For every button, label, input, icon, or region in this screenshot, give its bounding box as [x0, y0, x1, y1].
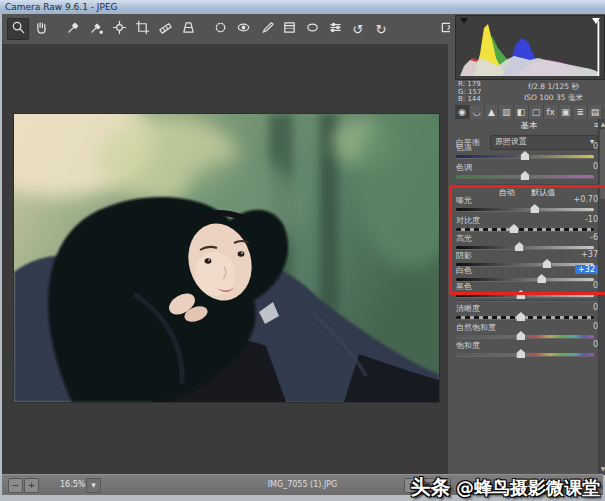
slider-temperature: 色温0	[456, 142, 598, 162]
vibrance-thumb[interactable]	[516, 331, 525, 340]
eye-icon	[236, 20, 251, 39]
watermark: 头条 @蜂鸟摄影微课堂	[410, 474, 600, 501]
exposure-track[interactable]	[456, 208, 594, 211]
color-sampler-tool-button[interactable]	[85, 18, 107, 40]
exif-readout: f/2.8 1/125 秒 ISO 100 35 毫米	[504, 81, 603, 104]
slider-exposure: 曝光+0.70	[456, 195, 598, 215]
exposure-thumb[interactable]	[530, 204, 539, 213]
contrast-value[interactable]: -10	[585, 215, 598, 224]
histogram[interactable]	[455, 15, 605, 80]
red-eye-tool-button[interactable]	[232, 18, 254, 40]
tab-presets[interactable]: ≣	[573, 105, 588, 119]
hand-tool-button[interactable]	[30, 18, 52, 40]
crop-tool-button[interactable]	[131, 18, 153, 40]
hsl-icon: ▥	[502, 107, 511, 117]
highlights-value[interactable]: -6	[590, 233, 598, 242]
effects-icon: fx	[546, 107, 555, 117]
tab-snapshots[interactable]: ▤	[588, 105, 603, 119]
detail-icon: ▲	[488, 107, 495, 117]
app-area: ↺ ↻	[2, 14, 603, 495]
snapshots-icon: ▤	[591, 107, 600, 117]
transform-tool-button[interactable]	[177, 18, 199, 40]
tab-split-toning[interactable]: ◧	[514, 105, 529, 119]
graduated-filter-tool-button[interactable]	[278, 18, 300, 40]
tint-track[interactable]	[456, 175, 594, 178]
blue-value: 144	[467, 95, 480, 103]
section-title: 基本	[521, 120, 538, 130]
watermark-handle: @蜂鸟摄影微课堂	[456, 477, 600, 498]
preferences-button[interactable]	[324, 18, 346, 40]
ruler-icon	[158, 20, 173, 39]
tab-basic[interactable]: ◉	[455, 105, 470, 119]
blacks-track[interactable]	[456, 294, 594, 297]
camera-raw-window: Camera Raw 9.6.1 - JPEG ↺ ↻	[0, 0, 605, 501]
transform-icon	[181, 20, 196, 39]
tab-camera-calibration[interactable]: ▣	[559, 105, 574, 119]
radial-filter-icon	[305, 20, 320, 39]
tab-tone-curve[interactable]: ◡	[470, 105, 485, 119]
highlight-clipping-toggle[interactable]	[590, 17, 602, 27]
spot-removal-tool-button[interactable]	[209, 18, 231, 40]
aperture-shutter: f/2.8 1/125 秒	[504, 81, 603, 92]
slider-tint: 色调0	[456, 162, 598, 182]
rotate-cw-icon: ↻	[376, 23, 387, 36]
target-icon	[112, 20, 127, 39]
eyedropper-icon	[66, 20, 81, 39]
saturation-track[interactable]	[456, 353, 594, 356]
clarity-thumb[interactable]	[516, 312, 525, 321]
crop-icon	[135, 20, 150, 39]
zoom-tool-button[interactable]	[7, 18, 29, 40]
rotate-left-button[interactable]: ↺	[347, 18, 369, 40]
scroll-down-icon[interactable]: ▼	[599, 464, 605, 473]
eyedropper-dots-icon	[89, 20, 104, 39]
rotate-right-button[interactable]: ↻	[370, 18, 392, 40]
shadow-clipping-toggle[interactable]	[458, 17, 470, 27]
tab-lens-corrections[interactable]: ▢	[529, 105, 544, 119]
scrollbar-thumb[interactable]	[600, 129, 605, 199]
scroll-up-icon[interactable]: ▲	[599, 119, 605, 128]
contrast-track[interactable]	[456, 228, 594, 231]
tone-curve-icon: ◡	[473, 107, 481, 117]
adjustments-panel: R: 179 G: 157 B: 144 f/2.8 1/125 秒 ISO 1…	[450, 14, 605, 475]
heal-brush-icon	[213, 20, 228, 39]
tab-detail[interactable]: ▲	[485, 105, 500, 119]
panel-scrollbar[interactable]: ▲ ▼	[598, 119, 605, 473]
exposure-value[interactable]: +0.70	[573, 195, 598, 204]
preview-area[interactable]	[2, 44, 448, 475]
slider-clarity: 清晰度0	[456, 303, 598, 323]
targeted-adjustment-tool-button[interactable]	[108, 18, 130, 40]
shadows-value[interactable]: +37	[581, 250, 598, 259]
lens-corrections-icon: ▢	[532, 107, 541, 117]
split-toning-icon: ◧	[517, 107, 526, 117]
whites-value-input[interactable]: +32	[575, 265, 598, 274]
magnifier-icon	[11, 20, 26, 39]
photo-canvas[interactable]	[14, 114, 439, 402]
window-title: Camera Raw 9.6.1 - JPEG	[5, 2, 118, 12]
temperature-track[interactable]	[456, 155, 594, 158]
vibrance-track[interactable]	[456, 335, 594, 338]
iso-focal: ISO 100 35 毫米	[504, 92, 603, 103]
saturation-thumb[interactable]	[516, 349, 525, 358]
hand-icon	[34, 20, 49, 39]
tab-effects[interactable]: fx	[544, 105, 559, 119]
temperature-thumb[interactable]	[521, 151, 530, 160]
tint-thumb[interactable]	[521, 171, 530, 180]
panel-tabs: ◉ ◡ ▲ ▥ ◧ ▢ fx ▣ ≣ ▤	[455, 105, 603, 119]
highlights-track[interactable]	[456, 246, 594, 249]
blacks-thumb[interactable]	[516, 290, 525, 299]
sliders-icon	[328, 20, 343, 39]
tab-hsl-grayscale[interactable]: ▥	[499, 105, 514, 119]
camera-icon: ▣	[561, 107, 570, 117]
title-bar[interactable]: Camera Raw 9.6.1 - JPEG	[0, 0, 605, 14]
slider-contrast: 对比度-10	[456, 215, 598, 235]
clarity-track[interactable]	[456, 316, 594, 319]
divider	[456, 300, 598, 302]
section-header: 基本 ≡	[455, 120, 603, 132]
straighten-tool-button[interactable]	[154, 18, 176, 40]
rgb-readout: R: 179 G: 157 B: 144	[455, 81, 504, 104]
radial-filter-tool-button[interactable]	[301, 18, 323, 40]
adjustment-brush-tool-button[interactable]	[255, 18, 277, 40]
contrast-thumb[interactable]	[509, 224, 518, 233]
graduated-filter-icon	[282, 20, 297, 39]
white-balance-tool-button[interactable]	[62, 18, 84, 40]
